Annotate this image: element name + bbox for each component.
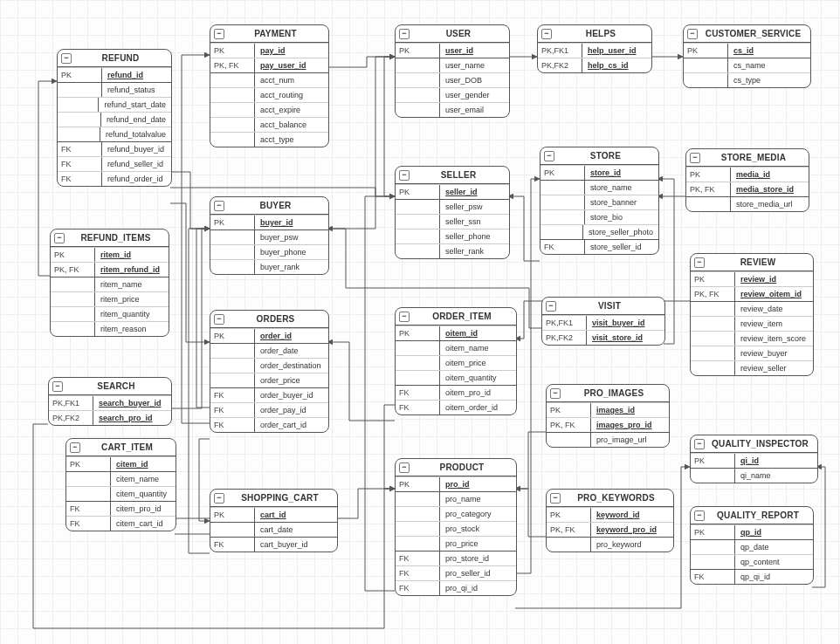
entity-row[interactable]: review_date — [691, 301, 813, 316]
entity-visit[interactable]: −VISITPK,FK1visit_buyer_idPK,FK2visit_st… — [541, 297, 665, 346]
entity-header[interactable]: −QUALITY_INSPECTOR — [691, 435, 817, 453]
entity-row[interactable]: PK, FKmedia_store_id — [686, 182, 809, 196]
entity-row[interactable]: FKrefund_seller_id — [58, 156, 171, 171]
entity-row[interactable]: pro_price — [396, 536, 516, 551]
entity-quality_report[interactable]: −QUALITY_REPORTPKqp_idqp_dateqp_contentF… — [690, 506, 814, 585]
entity-row[interactable]: seller_ssn — [396, 214, 509, 229]
entity-row[interactable]: FKpro_qi_id — [396, 580, 516, 595]
entity-row[interactable]: order_price — [210, 373, 328, 387]
entity-row[interactable]: PK, FKritem_refund_id — [51, 262, 169, 277]
collapse-icon[interactable]: − — [214, 314, 224, 325]
entity-row[interactable]: ritem_quantity — [51, 306, 169, 321]
entity-row[interactable]: PKqi_id — [691, 453, 817, 468]
entity-header[interactable]: −SELLER — [396, 167, 509, 184]
collapse-icon[interactable]: − — [399, 462, 410, 473]
entity-row[interactable]: PKreview_id — [691, 271, 813, 286]
entity-header[interactable]: −STORE — [540, 147, 658, 165]
entity-header[interactable]: −REFUND — [58, 50, 171, 67]
entity-row[interactable]: order_date — [210, 343, 328, 358]
entity-row[interactable]: citem_quantity — [66, 486, 176, 501]
collapse-icon[interactable]: − — [54, 233, 65, 243]
collapse-icon[interactable]: − — [687, 29, 698, 39]
entity-row[interactable]: PKoitem_id — [396, 325, 516, 340]
entity-row[interactable]: FKcitem_cart_id — [66, 516, 176, 531]
entity-header[interactable]: −USER — [396, 25, 509, 43]
collapse-icon[interactable]: − — [399, 29, 410, 39]
entity-row[interactable]: citem_name — [66, 471, 176, 486]
entity-header[interactable]: −QUALITY_REPORT — [691, 507, 813, 524]
entity-row[interactable]: PK,FK1visit_buyer_id — [542, 315, 664, 330]
entity-row[interactable]: store_media_url — [686, 196, 809, 211]
entity-header[interactable]: −VISIT — [542, 298, 664, 315]
entity-row[interactable]: FKcart_buyer_id — [210, 537, 337, 552]
entity-buyer[interactable]: −BUYERPKbuyer_idbuyer_pswbuyer_phonebuye… — [210, 196, 329, 275]
entity-row[interactable]: seller_rank — [396, 243, 509, 258]
entity-row[interactable]: FKorder_pay_id — [210, 402, 328, 417]
entity-row[interactable]: PKpro_id — [396, 476, 516, 491]
entity-row[interactable]: pro_image_url — [547, 432, 669, 447]
entity-header[interactable]: −PRO_IMAGES — [547, 385, 669, 402]
entity-row[interactable]: cs_name — [684, 58, 810, 72]
entity-row[interactable]: refund_end_date — [58, 112, 171, 127]
entity-header[interactable]: −REVIEW — [691, 254, 813, 271]
entity-row[interactable]: PKmedia_id — [686, 167, 809, 182]
collapse-icon[interactable]: − — [694, 439, 705, 449]
entity-payment[interactable]: −PAYMENTPKpay_idPK, FKpay_user_idacct_nu… — [210, 24, 329, 147]
entity-row[interactable]: PKkeyword_id — [547, 507, 673, 522]
entity-row[interactable]: PKimages_id — [547, 402, 669, 417]
entity-row[interactable]: seller_psw — [396, 199, 509, 214]
entity-search[interactable]: −SEARCHPK,FK1search_buyer_idPK,FK2search… — [48, 377, 172, 426]
entity-row[interactable]: FKrefund_order_id — [58, 171, 171, 186]
entity-header[interactable]: −CART_ITEM — [66, 439, 176, 456]
collapse-icon[interactable]: − — [61, 53, 72, 64]
entity-store_media[interactable]: −STORE_MEDIAPKmedia_idPK, FKmedia_store_… — [685, 148, 809, 212]
collapse-icon[interactable]: − — [690, 153, 700, 163]
entity-row[interactable]: PKpay_id — [210, 43, 328, 58]
entity-row[interactable]: PK, FKreview_oitem_id — [691, 286, 813, 301]
entity-row[interactable]: PK,FK1help_user_id — [538, 43, 651, 58]
entity-header[interactable]: −ORDER_ITEM — [396, 308, 516, 325]
entity-row[interactable]: pro_keyword — [547, 537, 673, 552]
entity-row[interactable]: pro_stock — [396, 521, 516, 536]
collapse-icon[interactable]: − — [399, 312, 410, 322]
entity-row[interactable]: FKstore_seller_id — [540, 239, 658, 254]
entity-header[interactable]: −STORE_MEDIA — [686, 149, 809, 167]
entity-quality_inspector[interactable]: −QUALITY_INSPECTORPKqi_idqi_name — [690, 435, 818, 483]
entity-row[interactable]: FKpro_seller_id — [396, 565, 516, 580]
collapse-icon[interactable]: − — [214, 493, 224, 504]
entity-review[interactable]: −REVIEWPKreview_idPK, FKreview_oitem_idr… — [690, 253, 814, 376]
entity-row[interactable]: PK,FK2visit_store_id — [542, 330, 664, 345]
entity-row[interactable]: ritem_price — [51, 291, 169, 306]
entity-header[interactable]: −CUSTOMER_SERVICE — [684, 25, 810, 43]
entity-row[interactable]: PK,FK2search_pro_id — [49, 410, 171, 425]
entity-header[interactable]: −PRO_KEYWORDS — [547, 490, 673, 507]
entity-row[interactable]: pro_category — [396, 506, 516, 521]
entity-row[interactable]: acct_balance — [210, 117, 328, 132]
entity-row[interactable]: buyer_phone — [210, 244, 328, 259]
entity-row[interactable]: acct_type — [210, 132, 328, 147]
entity-row[interactable]: PKrefund_id — [58, 67, 171, 82]
entity-row[interactable]: review_item_score — [691, 331, 813, 346]
entity-orders[interactable]: −ORDERSPKorder_idorder_dateorder_destina… — [210, 310, 329, 433]
entity-row[interactable]: oitem_name — [396, 340, 516, 355]
entity-row[interactable]: pro_name — [396, 491, 516, 506]
entity-row[interactable]: PKritem_id — [51, 247, 169, 262]
entity-row[interactable]: FKorder_cart_id — [210, 417, 328, 432]
entity-row[interactable]: PKcs_id — [684, 43, 810, 58]
entity-row[interactable]: store_bio — [540, 209, 658, 224]
entity-row[interactable]: PK,FK2help_cs_id — [538, 58, 651, 72]
entity-header[interactable]: −HELPS — [538, 25, 651, 43]
entity-row[interactable]: acct_routing — [210, 87, 328, 102]
entity-row[interactable]: PK, FKimages_pro_id — [547, 417, 669, 432]
entity-cart_item[interactable]: −CART_ITEMPKcitem_idcitem_namecitem_quan… — [65, 438, 176, 531]
entity-row[interactable]: PKuser_id — [396, 43, 509, 58]
entity-row[interactable]: PKcart_id — [210, 507, 337, 522]
entity-row[interactable]: refund_totalvalue — [58, 127, 171, 141]
entity-row[interactable]: qp_content — [691, 554, 813, 569]
entity-shopping_cart[interactable]: −SHOPPING_CARTPKcart_idcart_dateFKcart_b… — [210, 489, 338, 552]
entity-row[interactable]: order_destination — [210, 358, 328, 373]
entity-row[interactable]: refund_status — [58, 82, 171, 97]
entity-row[interactable]: PKcitem_id — [66, 456, 176, 471]
entity-row[interactable]: qp_date — [691, 539, 813, 554]
entity-row[interactable]: FKpro_store_id — [396, 551, 516, 565]
